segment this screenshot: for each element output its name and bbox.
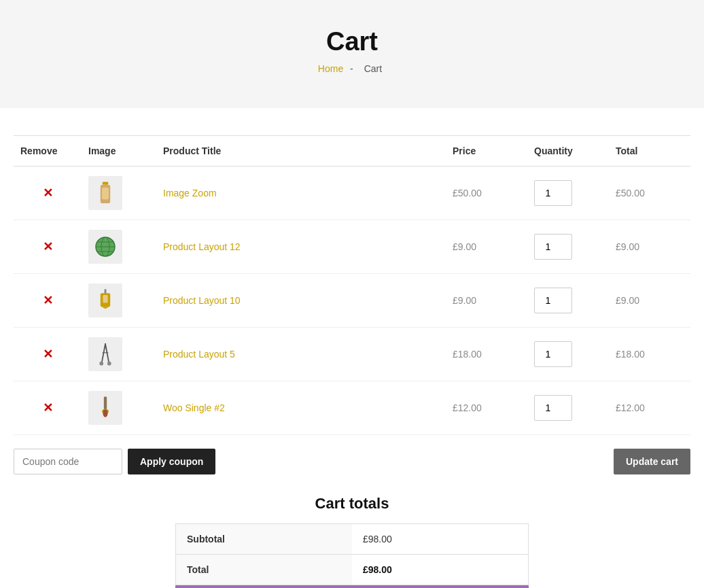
remove-item-button-2[interactable]: ✕ (43, 294, 53, 307)
breadcrumb-separator: - (350, 63, 353, 74)
cart-totals-title: Cart totals (175, 495, 529, 513)
col-quantity: Quantity (527, 136, 609, 167)
table-row: ✕ Product Layout 10 £9.00 £9.00 (14, 274, 690, 328)
page-title: Cart (14, 27, 690, 56)
remove-cell-3: ✕ (14, 328, 82, 381)
col-remove: Remove (14, 136, 82, 167)
totals-table: Subtotal £98.00 Total £98.00 (175, 523, 529, 585)
table-row: ✕ Woo Single #2 £12.00 £12.00 (14, 381, 690, 435)
table-row: ✕ Product Layout 5 £18.00 £18.00 (14, 328, 690, 381)
svg-point-15 (107, 362, 111, 366)
cart-table: Remove Image Product Title Price Quantit… (14, 135, 690, 435)
product-title-link-0[interactable]: Image Zoom (163, 188, 217, 198)
product-image-1 (88, 230, 122, 264)
quantity-cell-4 (527, 381, 609, 435)
product-image-2 (88, 283, 122, 317)
price-cell-4: £12.00 (446, 381, 527, 435)
col-product-title: Product Title (156, 136, 446, 167)
svg-marker-10 (101, 307, 109, 309)
total-cell-4: £12.00 (609, 381, 690, 435)
remove-cell-1: ✕ (14, 220, 82, 274)
proceed-to-checkout-button[interactable]: Proceed to checkout (175, 585, 529, 588)
page-header: Cart Home - Cart (0, 0, 704, 108)
total-cell-0: £50.00 (609, 167, 690, 220)
product-title-cell-0: Image Zoom (156, 167, 446, 220)
quantity-input-1[interactable] (534, 234, 572, 260)
remove-item-button-4[interactable]: ✕ (43, 402, 53, 414)
quantity-input-2[interactable] (534, 288, 572, 313)
col-price: Price (446, 136, 527, 167)
product-title-cell-1: Product Layout 12 (156, 220, 446, 274)
coupon-code-input[interactable] (14, 449, 122, 474)
quantity-cell-3 (527, 328, 609, 381)
coupon-row: Apply coupon Update cart (14, 449, 690, 474)
total-cell-1: £9.00 (609, 220, 690, 274)
quantity-cell-2 (527, 274, 609, 328)
quantity-input-4[interactable] (534, 395, 572, 421)
image-cell-3 (82, 328, 156, 381)
product-image-4 (88, 391, 122, 425)
subtotal-label: Subtotal (176, 524, 353, 555)
table-row: ✕ Image Zoom £50.00 £50.00 (14, 167, 690, 220)
price-cell-0: £50.00 (446, 167, 527, 220)
image-cell-2 (82, 274, 156, 328)
price-cell-1: £9.00 (446, 220, 527, 274)
total-cell-3: £18.00 (609, 328, 690, 381)
svg-rect-17 (104, 396, 107, 409)
svg-rect-0 (103, 181, 109, 184)
svg-line-13 (105, 344, 109, 364)
product-image-3 (88, 337, 122, 371)
product-title-cell-3: Product Layout 5 (156, 328, 446, 381)
total-cell-2: £9.00 (609, 274, 690, 328)
table-row: ✕ Product Layout 12 £9.00 £9.00 (14, 220, 690, 274)
breadcrumb: Home - Cart (14, 63, 690, 74)
svg-point-19 (103, 409, 107, 417)
image-cell-4 (82, 381, 156, 435)
remove-cell-0: ✕ (14, 167, 82, 220)
subtotal-value: £98.00 (352, 524, 529, 555)
product-title-link-3[interactable]: Product Layout 5 (163, 349, 235, 360)
quantity-input-3[interactable] (534, 341, 572, 367)
remove-cell-4: ✕ (14, 381, 82, 435)
svg-rect-2 (102, 188, 109, 199)
svg-point-14 (99, 362, 103, 366)
breadcrumb-home-link[interactable]: Home (318, 63, 343, 74)
product-title-link-1[interactable]: Product Layout 12 (163, 241, 241, 252)
svg-rect-11 (103, 295, 107, 303)
table-header-row: Remove Image Product Title Price Quantit… (14, 136, 690, 167)
price-cell-3: £18.00 (446, 328, 527, 381)
remove-item-button-3[interactable]: ✕ (43, 348, 53, 360)
remove-item-button-1[interactable]: ✕ (43, 241, 53, 253)
remove-item-button-0[interactable]: ✕ (43, 187, 53, 199)
cart-totals-section: Cart totals Subtotal £98.00 Total £98.00… (175, 495, 529, 588)
price-cell-2: £9.00 (446, 274, 527, 328)
coupon-left: Apply coupon (14, 449, 215, 474)
total-label: Total (176, 555, 353, 585)
image-cell-0 (82, 167, 156, 220)
product-title-link-2[interactable]: Product Layout 10 (163, 295, 241, 306)
update-cart-button[interactable]: Update cart (614, 449, 690, 474)
col-image: Image (82, 136, 156, 167)
apply-coupon-button[interactable]: Apply coupon (128, 449, 215, 474)
image-cell-1 (82, 220, 156, 274)
quantity-cell-0 (527, 167, 609, 220)
remove-cell-2: ✕ (14, 274, 82, 328)
subtotal-row: Subtotal £98.00 (176, 524, 529, 555)
product-title-cell-2: Product Layout 10 (156, 274, 446, 328)
product-image-0 (88, 176, 122, 210)
breadcrumb-current: Cart (364, 63, 382, 74)
total-value: £98.00 (352, 555, 529, 585)
total-row: Total £98.00 (176, 555, 529, 585)
svg-line-12 (101, 344, 105, 364)
quantity-input-0[interactable] (534, 180, 572, 206)
product-title-link-4[interactable]: Woo Single #2 (163, 402, 225, 413)
col-total: Total (609, 136, 690, 167)
quantity-cell-1 (527, 220, 609, 274)
main-content: Remove Image Product Title Price Quantit… (0, 108, 704, 588)
product-title-cell-4: Woo Single #2 (156, 381, 446, 435)
